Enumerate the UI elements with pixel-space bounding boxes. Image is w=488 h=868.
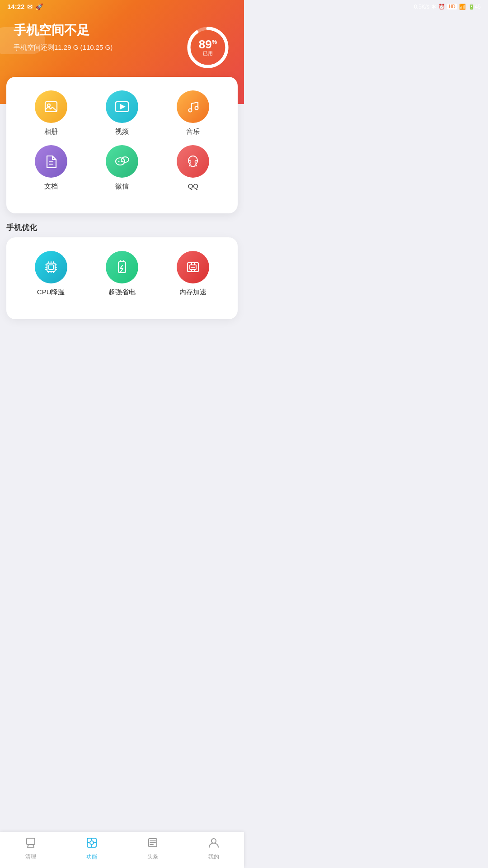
music-icon — [177, 90, 209, 123]
memory-icon — [177, 251, 209, 283]
music-label: 音乐 — [186, 127, 200, 136]
music-item[interactable]: 音乐 — [177, 90, 209, 136]
album-label: 相册 — [44, 127, 58, 136]
svg-point-13 — [121, 161, 122, 162]
storage-circle: 89% 已用 — [185, 25, 230, 70]
docs-icon — [35, 145, 67, 178]
svg-point-11 — [122, 157, 129, 162]
svg-rect-16 — [47, 263, 55, 271]
svg-point-14 — [189, 160, 191, 163]
svg-rect-30 — [118, 262, 126, 273]
qq-item[interactable]: QQ — [177, 145, 209, 191]
cpu-label: CPU降温 — [37, 288, 65, 297]
docs-item[interactable]: 文档 — [35, 145, 67, 191]
optimize-section-title: 手机优化 — [6, 222, 238, 233]
power-icon — [106, 251, 138, 283]
svg-point-15 — [195, 160, 197, 163]
grid-row-1: 相册 视频 音乐 — [15, 90, 229, 136]
status-time: 14:22 ✉ 🚀 — [7, 3, 43, 10]
cloud-decoration — [0, 27, 45, 54]
status-bar: 14:22 ✉ 🚀 0.5K/s ✱ ⏰ HD 📶 🔋45 — [0, 0, 244, 13]
svg-rect-17 — [49, 265, 53, 269]
cpu-item[interactable]: CPU降温 — [35, 251, 67, 297]
cpu-icon — [35, 251, 67, 283]
grid-row-2: 文档 微信 QQ — [15, 145, 229, 191]
memory-label: 内存加速 — [179, 288, 206, 297]
svg-point-10 — [116, 158, 125, 165]
main-card: 相册 视频 音乐 — [6, 77, 238, 213]
power-label: 超强省电 — [108, 288, 136, 297]
qq-label: QQ — [188, 182, 198, 190]
optimize-card: CPU降温 超强省电 — [6, 237, 238, 319]
wechat-label: 微信 — [115, 182, 129, 191]
svg-point-12 — [118, 161, 119, 162]
qq-icon — [177, 145, 209, 178]
video-icon — [106, 90, 138, 123]
memory-item[interactable]: 内存加速 — [177, 251, 209, 297]
video-label: 视频 — [115, 127, 129, 136]
svg-marker-5 — [120, 104, 126, 109]
video-item[interactable]: 视频 — [106, 90, 138, 136]
optimize-row: CPU降温 超强省电 — [15, 251, 229, 297]
album-item[interactable]: 相册 — [35, 90, 67, 136]
wechat-item[interactable]: 微信 — [106, 145, 138, 191]
album-icon — [35, 90, 67, 123]
docs-label: 文档 — [44, 182, 58, 191]
svg-point-3 — [47, 104, 50, 107]
wechat-icon — [106, 145, 138, 178]
power-item[interactable]: 超强省电 — [106, 251, 138, 297]
